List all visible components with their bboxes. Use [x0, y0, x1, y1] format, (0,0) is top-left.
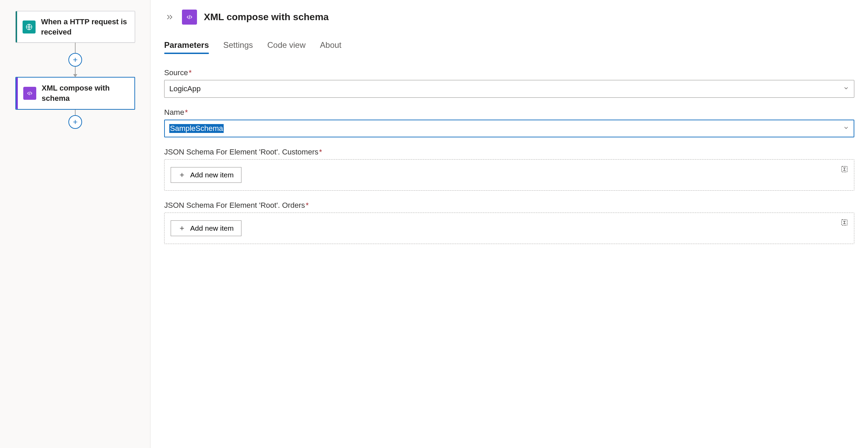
orders-array-box: Add new item	[164, 213, 854, 244]
chevron-down-icon	[843, 124, 849, 133]
collapse-panel-button[interactable]	[164, 12, 175, 23]
action-title: XML compose with schema	[42, 83, 128, 103]
tab-parameters[interactable]: Parameters	[164, 40, 209, 54]
card-accent	[16, 11, 17, 42]
flow-connector	[75, 67, 76, 77]
panel-header: XML compose with schema	[164, 10, 854, 25]
field-label: JSON Schema For Element 'Root'. Customer…	[164, 148, 854, 157]
flow-connector	[75, 110, 76, 115]
xml-icon	[23, 87, 36, 100]
tab-code-view[interactable]: Code view	[267, 40, 305, 54]
xml-icon	[182, 10, 197, 25]
tab-about[interactable]: About	[320, 40, 342, 54]
panel-tabs: Parameters Settings Code view About	[164, 40, 854, 54]
field-label: Name*	[164, 108, 854, 117]
source-select[interactable]: LogicApp	[164, 80, 854, 98]
required-asterisk: *	[189, 68, 192, 77]
required-asterisk: *	[306, 201, 309, 209]
flow-connector	[75, 43, 76, 53]
tab-settings[interactable]: Settings	[223, 40, 253, 54]
trigger-card-http-request[interactable]: When a HTTP request is received	[15, 11, 135, 43]
required-asterisk: *	[319, 148, 322, 156]
field-name: Name* SampleSchema	[164, 108, 854, 137]
panel-title: XML compose with schema	[204, 12, 329, 23]
field-customers: JSON Schema For Element 'Root'. Customer…	[164, 148, 854, 191]
card-accent	[16, 78, 18, 109]
designer-canvas: When a HTTP request is received XML comp…	[0, 0, 150, 448]
dynamic-content-button[interactable]	[840, 164, 849, 174]
trigger-title: When a HTTP request is received	[41, 17, 129, 37]
field-source: Source* LogicApp	[164, 68, 854, 98]
source-value: LogicApp	[169, 84, 201, 93]
add-order-item-button[interactable]: Add new item	[171, 220, 241, 236]
field-label: Source*	[164, 68, 854, 77]
dynamic-content-button[interactable]	[840, 218, 849, 227]
insert-step-button[interactable]	[68, 53, 82, 67]
required-asterisk: *	[185, 108, 188, 117]
globe-icon	[23, 21, 36, 33]
add-step-button[interactable]	[68, 115, 82, 129]
action-card-xml-compose[interactable]: XML compose with schema	[15, 77, 135, 109]
field-orders: JSON Schema For Element 'Root'. Orders* …	[164, 201, 854, 244]
customers-array-box: Add new item	[164, 159, 854, 191]
field-label: JSON Schema For Element 'Root'. Orders*	[164, 201, 854, 210]
name-value: SampleSchema	[169, 124, 224, 133]
name-select[interactable]: SampleSchema	[164, 120, 854, 137]
add-customer-item-button[interactable]: Add new item	[171, 167, 241, 183]
chevron-down-icon	[843, 84, 849, 93]
details-panel: XML compose with schema Parameters Setti…	[150, 0, 868, 448]
